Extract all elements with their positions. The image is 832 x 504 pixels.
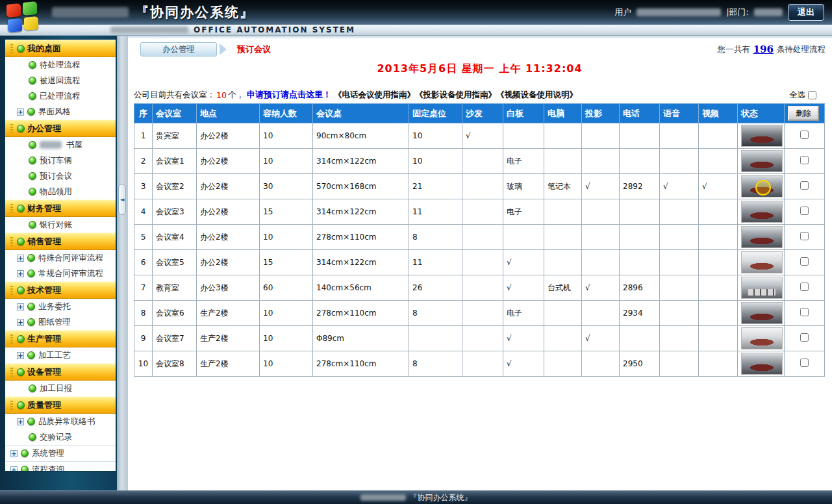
meeting-room-photo-thumbnail[interactable] xyxy=(741,251,783,273)
row-checkbox[interactable] xyxy=(800,257,809,266)
sidebar-splitter xyxy=(117,36,128,490)
notice-bar: 公司目前共有会议室： 10 个， 申请预订请点击这里！ 《电话会议使用指南》《投… xyxy=(134,89,826,101)
sidebar-item[interactable]: 加工日报 xyxy=(5,381,116,396)
meeting-rooms-table: 序会议室地点容纳人数会议桌固定桌位沙发白板电脑投影电话语音视频状态删除 1贵宾室… xyxy=(134,103,825,377)
cell-desk: 314cm×122cm xyxy=(313,199,409,225)
sidebar-group-header[interactable]: 销售管理 xyxy=(5,233,116,250)
cell-select xyxy=(785,250,825,275)
sidebar-item[interactable]: +常规合同评审流程 xyxy=(5,266,116,281)
meeting-room-photo-thumbnail[interactable] xyxy=(741,150,783,172)
sidebar-item[interactable]: +图纸管理 xyxy=(5,314,116,330)
grip-icon xyxy=(10,334,13,344)
meeting-room-photo-thumbnail[interactable] xyxy=(741,226,783,248)
column-header-delete: 删除 xyxy=(785,104,825,123)
expand-plus-icon[interactable]: + xyxy=(17,108,24,116)
delete-button[interactable]: 删除 xyxy=(788,106,819,121)
row-checkbox[interactable] xyxy=(800,156,809,164)
cell-computer xyxy=(544,301,582,326)
cell-status xyxy=(738,123,785,149)
expand-plus-icon[interactable]: + xyxy=(10,450,18,457)
cell-sofa xyxy=(462,174,503,199)
row-checkbox[interactable] xyxy=(800,308,809,316)
sidebar-group-header[interactable]: 办公管理 xyxy=(5,120,116,137)
sidebar-group-header[interactable]: 财务管理 xyxy=(5,199,116,217)
column-header-status: 状态 xyxy=(738,104,785,123)
sidebar-group-label: 销售管理 xyxy=(27,236,61,247)
table-row: 9会议室7生产2楼10Φ89cm√√ xyxy=(134,326,825,351)
page-title: 预订会议 xyxy=(237,44,271,55)
sidebar-item[interactable]: 物品领用 xyxy=(5,184,116,199)
meeting-room-photo-thumbnail[interactable] xyxy=(741,175,783,197)
cell-status xyxy=(738,199,785,225)
expand-plus-icon[interactable]: + xyxy=(17,319,24,326)
sidebar-item[interactable]: 书屋 xyxy=(5,137,116,153)
cell-desk: 278cm×110cm xyxy=(313,351,409,377)
cell-capacity: 10 xyxy=(260,225,313,250)
cell-status xyxy=(738,149,785,174)
cell-phone: 2892 xyxy=(620,174,660,199)
row-checkbox[interactable] xyxy=(800,283,809,291)
row-checkbox[interactable] xyxy=(800,131,809,139)
sidebar-group-header[interactable]: 质量管理 xyxy=(5,396,116,414)
sidebar-item[interactable]: +界面风格 xyxy=(5,104,116,120)
cell-select xyxy=(785,199,825,225)
sidebar-item[interactable]: +品质异常联络书 xyxy=(5,414,116,429)
cell-fixed-seats: 11 xyxy=(409,199,462,225)
sidebar-item[interactable]: 被退回流程 xyxy=(5,73,116,88)
select-all-checkbox[interactable] xyxy=(808,91,816,99)
sidebar-group-header[interactable]: 设备管理 xyxy=(5,363,116,381)
meeting-room-photo-thumbnail[interactable] xyxy=(741,125,783,147)
expand-plus-icon[interactable]: + xyxy=(10,466,18,472)
sidebar-group-header[interactable]: 技术管理 xyxy=(5,281,116,299)
meeting-room-photo-thumbnail[interactable] xyxy=(741,302,783,324)
row-checkbox[interactable] xyxy=(800,181,809,190)
cell-no: 1 xyxy=(134,123,153,149)
booking-request-link[interactable]: 申请预订请点击这里！ xyxy=(247,89,331,101)
sidebar-item[interactable]: 待处理流程 xyxy=(5,57,116,73)
sidebar-item[interactable]: 交验记录 xyxy=(5,429,116,445)
sidebar-item[interactable]: +业务委托 xyxy=(5,299,116,314)
expand-plus-icon[interactable]: + xyxy=(17,303,24,310)
cell-phone: 2896 xyxy=(620,275,660,301)
sidebar-item[interactable]: 预订车辆 xyxy=(5,153,116,168)
row-checkbox[interactable] xyxy=(800,359,809,367)
row-checkbox[interactable] xyxy=(800,333,809,342)
logout-button[interactable]: 退出 xyxy=(788,4,824,21)
usage-guides: 《电话会议使用指南》《投影设备使用指南》《视频设备使用说明》 xyxy=(334,90,577,101)
column-header-video: 视频 xyxy=(699,104,738,123)
expand-plus-icon[interactable]: + xyxy=(17,352,24,359)
expand-plus-icon[interactable]: + xyxy=(17,270,24,277)
sidebar-group-header[interactable]: 我的桌面 xyxy=(5,40,116,57)
row-checkbox[interactable] xyxy=(800,207,809,215)
sidebar-item[interactable]: +流程查询 xyxy=(5,461,116,472)
expand-plus-icon[interactable]: + xyxy=(17,255,24,262)
cell-computer xyxy=(544,351,582,377)
expand-plus-icon[interactable]: + xyxy=(17,418,24,425)
meeting-room-photo-thumbnail[interactable] xyxy=(741,353,783,375)
select-all-label: 全选 xyxy=(789,90,805,101)
redacted-footer-company xyxy=(360,494,406,501)
meeting-room-photo-thumbnail[interactable] xyxy=(741,201,783,223)
sidebar-item[interactable]: +特殊合同评审流程 xyxy=(5,250,116,266)
sidebar-group-header[interactable]: 生产管理 xyxy=(5,330,116,347)
cell-computer xyxy=(544,225,582,250)
row-checkbox[interactable] xyxy=(800,232,809,240)
sidebar-group-label: 办公管理 xyxy=(27,123,61,134)
cell-whiteboard: √ xyxy=(503,250,544,275)
cell-select xyxy=(785,351,825,377)
meeting-room-photo-thumbnail[interactable] xyxy=(741,277,783,299)
cell-no: 3 xyxy=(134,174,153,199)
sidebar-collapse-handle[interactable]: ◄ xyxy=(118,184,126,215)
cell-computer xyxy=(544,149,582,174)
sidebar-item[interactable]: +系统管理 xyxy=(5,445,116,461)
pending-count-link[interactable]: 196 xyxy=(753,44,774,55)
cell-sofa xyxy=(462,225,503,250)
table-row: 3会议室2办公2楼30570cm×168cm21玻璃笔记本√2892√√ xyxy=(134,174,825,199)
cell-projector xyxy=(582,199,620,225)
sidebar-item[interactable]: 银行对账 xyxy=(5,217,116,233)
sidebar-item[interactable]: +加工工艺 xyxy=(5,347,116,363)
sidebar-item[interactable]: 已处理流程 xyxy=(5,88,116,104)
breadcrumb-tab-office-management[interactable]: 办公管理 xyxy=(140,42,217,57)
meeting-room-photo-thumbnail[interactable] xyxy=(741,327,783,349)
sidebar-item[interactable]: 预订会议 xyxy=(5,168,116,184)
